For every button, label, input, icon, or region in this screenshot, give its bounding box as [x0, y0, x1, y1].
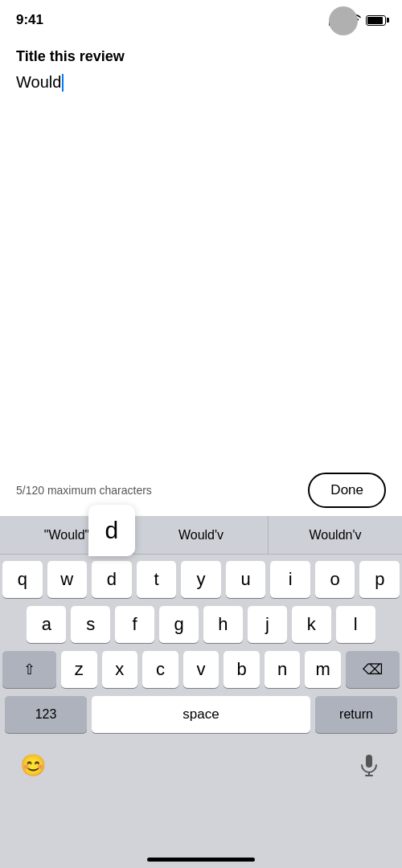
- status-time: 9:41: [16, 12, 43, 28]
- key-k[interactable]: k: [292, 606, 331, 643]
- key-y[interactable]: y: [181, 561, 221, 598]
- key-x[interactable]: x: [102, 651, 138, 688]
- key-f[interactable]: f: [115, 606, 154, 643]
- autocomplete-bar: "Would" Would'v Wouldn'v: [0, 516, 402, 555]
- keyboard: "Would" Would'v Wouldn'v q w d d t y u i…: [0, 516, 402, 868]
- text-cursor: [62, 74, 64, 92]
- battery-icon: [366, 15, 386, 26]
- key-n[interactable]: n: [265, 651, 301, 688]
- autocomplete-text-1: Would'v: [178, 528, 224, 542]
- text-input-area[interactable]: Would: [16, 73, 386, 92]
- autocomplete-text-0: "Would": [44, 528, 89, 542]
- key-t[interactable]: t: [137, 561, 177, 598]
- svg-rect-0: [366, 755, 372, 768]
- key-row-1: q w d d t y u i o p: [2, 561, 400, 598]
- autocomplete-item-2[interactable]: Wouldn'v: [269, 516, 402, 554]
- delete-key[interactable]: ⌫: [346, 651, 400, 688]
- autocomplete-text-2: Wouldn'v: [309, 528, 361, 542]
- key-c[interactable]: c: [142, 651, 178, 688]
- key-o[interactable]: o: [315, 561, 355, 598]
- char-count: 5/120 maximum characters: [16, 484, 152, 497]
- function-key-row: 😊: [0, 741, 402, 783]
- key-row-4: 123 space return: [2, 696, 400, 733]
- spacer-left: [2, 606, 22, 643]
- key-v[interactable]: v: [183, 651, 219, 688]
- shift-key[interactable]: ⇧: [2, 651, 56, 688]
- content-area: Title this review Would: [0, 35, 402, 92]
- key-d-wrapper: d d: [92, 561, 132, 598]
- key-j[interactable]: j: [248, 606, 287, 643]
- key-q[interactable]: q: [2, 561, 43, 598]
- status-bar: 9:41: [0, 0, 402, 35]
- key-i[interactable]: i: [270, 561, 310, 598]
- section-title: Title this review: [16, 48, 386, 65]
- key-l[interactable]: l: [336, 606, 375, 643]
- numbers-key[interactable]: 123: [5, 696, 87, 733]
- key-g[interactable]: g: [159, 606, 199, 643]
- spacer-right: [380, 606, 400, 643]
- autocomplete-item-0[interactable]: "Would": [0, 516, 134, 554]
- emoji-key[interactable]: 😊: [13, 747, 53, 783]
- done-button[interactable]: Done: [308, 473, 386, 508]
- mic-key[interactable]: [349, 747, 389, 783]
- key-s[interactable]: s: [71, 606, 110, 643]
- bottom-bar: 5/120 maximum characters Done: [0, 465, 402, 516]
- home-indicator: [147, 858, 255, 862]
- key-row-2: a s f g h j k l: [2, 606, 400, 643]
- key-m[interactable]: m: [305, 651, 341, 688]
- camera-dot: [329, 6, 358, 35]
- autocomplete-item-1[interactable]: Would'v: [134, 516, 269, 554]
- key-a[interactable]: a: [27, 606, 66, 643]
- key-w[interactable]: w: [47, 561, 88, 598]
- key-d[interactable]: d: [92, 561, 132, 598]
- input-text[interactable]: Would: [16, 73, 61, 92]
- space-key[interactable]: space: [92, 696, 310, 733]
- key-u[interactable]: u: [226, 561, 266, 598]
- key-h[interactable]: h: [203, 606, 243, 643]
- key-p[interactable]: p: [359, 561, 400, 598]
- key-z[interactable]: z: [61, 651, 97, 688]
- key-rows: q w d d t y u i o p a s f g h j k l: [0, 555, 402, 733]
- return-key[interactable]: return: [315, 696, 397, 733]
- key-row-3: ⇧ z x c v b n m ⌫: [2, 651, 400, 688]
- key-b[interactable]: b: [224, 651, 260, 688]
